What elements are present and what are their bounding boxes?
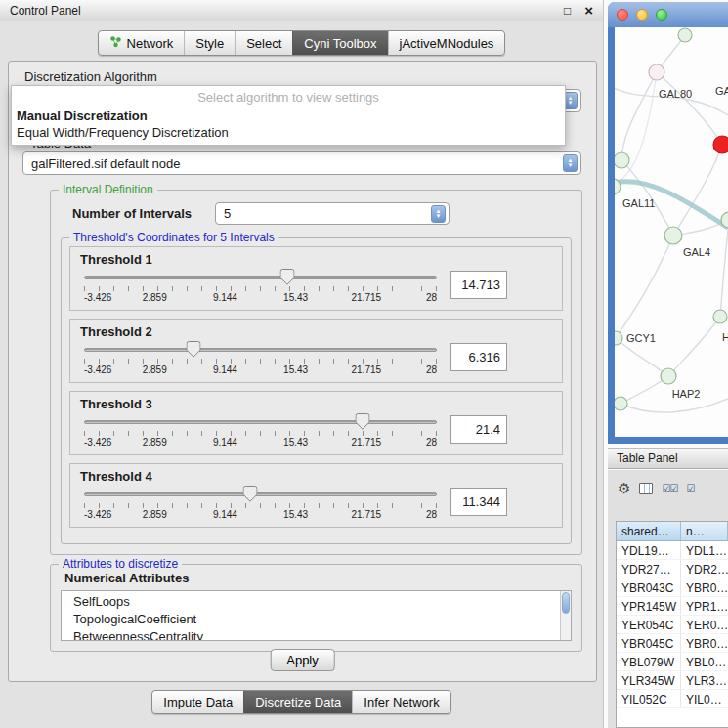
table-cell[interactable]: YBR043C	[617, 578, 681, 596]
table-row[interactable]: YBR045C YBR0…	[617, 634, 728, 653]
network-node-gal4[interactable]	[664, 227, 682, 244]
tab-label: jActiveMNodules	[400, 36, 494, 51]
column-selector-icon[interactable]	[639, 483, 653, 494]
slider-scale: -3.426 2.859 9.144 15.43 21.715 28	[84, 292, 437, 304]
table-row[interactable]: YLR345W YLR3…	[617, 671, 728, 690]
settings-gear-icon[interactable]: ⚙	[618, 481, 630, 495]
tab-impute-data[interactable]: Impute Data	[152, 691, 243, 713]
close-icon[interactable]: ×	[584, 5, 593, 17]
network-node-hap2[interactable]	[661, 368, 676, 384]
tab-select[interactable]: Select	[235, 31, 292, 55]
table-cell[interactable]: YDL19…	[617, 541, 681, 559]
table-row[interactable]: YBL079W YBL0…	[617, 653, 728, 671]
slider-ticks	[84, 286, 437, 291]
network-node[interactable]	[713, 310, 727, 323]
table-row[interactable]: YDR27… YDR2…	[617, 560, 728, 578]
table-cell[interactable]: YBR0…	[681, 578, 728, 596]
minimize-traffic-light-icon[interactable]	[636, 9, 648, 21]
list-scrollbar[interactable]	[560, 591, 571, 640]
zoom-traffic-light-icon[interactable]	[656, 9, 667, 21]
tab-discretize-data[interactable]: Discretize Data	[243, 691, 352, 713]
slider-track[interactable]	[84, 420, 437, 424]
scrollbar-thumb[interactable]	[562, 592, 570, 614]
table-cell[interactable]: YDR2…	[681, 560, 728, 578]
threshold-2-box: Threshold 2	[69, 319, 563, 383]
numerical-attributes-list: SelfLoops TopologicalCoefficient Between…	[61, 590, 572, 641]
network-canvas[interactable]: GAL80 GAL11 GAL4 GCY1 HAP2 GA H	[615, 27, 728, 437]
table-data-combobox[interactable]: galFiltered.sif default node ▲ ▼	[22, 151, 581, 175]
table-cell[interactable]: YIL0…	[681, 690, 728, 707]
dropdown-option-manual-discretization[interactable]: Manual Discretization	[12, 107, 565, 124]
slider-track[interactable]	[84, 276, 437, 279]
number-of-intervals-combobox[interactable]: 5 ▲ ▼	[215, 202, 450, 225]
list-item[interactable]: BetweennessCentrality	[73, 628, 571, 641]
tab-jactivemnodules[interactable]: jActiveMNodules	[388, 31, 505, 55]
table-cell[interactable]: YBR0…	[681, 634, 728, 652]
column-header-name[interactable]: n…	[681, 522, 728, 540]
apply-button[interactable]: Apply	[270, 649, 335, 671]
slider-thumb[interactable]	[186, 341, 200, 358]
table-row[interactable]: YPR145W YPR1…	[617, 597, 728, 616]
algorithm-dropdown-popup: Select algorithm to view settings Manual…	[11, 85, 566, 146]
table-cell[interactable]: YDL1…	[681, 541, 728, 559]
table-cell[interactable]: YER054C	[617, 616, 681, 633]
network-node[interactable]	[615, 397, 627, 410]
column-header-shared-name[interactable]: shared…	[617, 522, 681, 540]
threshold-2-slider[interactable]: -3.426 2.859 9.144 15.43 21.715 28	[84, 340, 437, 376]
control-panel-window: Control Panel □ ×	[0, 0, 604, 728]
slider-thumb[interactable]	[280, 269, 295, 285]
table-row[interactable]: YIL052C YIL0…	[617, 690, 728, 708]
list-item[interactable]: TopologicalCoefficient	[73, 611, 571, 628]
batch-check-icon[interactable]: ☑☑	[662, 483, 677, 493]
tab-infer-network[interactable]: Infer Network	[352, 691, 450, 713]
table-cell[interactable]: YLR3…	[681, 671, 728, 689]
table-cell[interactable]: YIL052C	[617, 690, 681, 707]
table-cell[interactable]: YBL079W	[617, 653, 681, 670]
slider-track[interactable]	[84, 492, 437, 496]
table-row[interactable]: YDL19… YDL1…	[617, 541, 728, 560]
threshold-4-box: Threshold 4	[69, 463, 563, 528]
tab-network[interactable]: Network	[99, 31, 185, 55]
window-title: Control Panel	[10, 4, 550, 18]
node-label: GCY1	[626, 332, 656, 344]
top-tab-row: Network Style Select Cyni Toolbox jActiv…	[0, 30, 603, 56]
close-traffic-light-icon[interactable]	[617, 9, 628, 21]
table-cell[interactable]: YLR345W	[617, 671, 681, 689]
table-cell[interactable]: YPR1…	[681, 597, 728, 615]
table-cell[interactable]: YER0…	[681, 616, 728, 633]
table-cell[interactable]: YDR27…	[617, 560, 681, 578]
tab-style[interactable]: Style	[184, 31, 235, 55]
float-window-icon[interactable]: □	[564, 4, 571, 18]
threshold-4-slider[interactable]: -3.426 2.859 9.144 15.43 21.715 28	[84, 485, 437, 521]
network-node[interactable]	[678, 28, 692, 42]
threshold-1-label: Threshold 1	[70, 247, 562, 267]
list-item[interactable]: SelfLoops	[73, 593, 571, 611]
network-node-gcy1[interactable]	[615, 331, 622, 345]
slider-track[interactable]	[84, 348, 437, 352]
slider-thumb[interactable]	[356, 413, 370, 430]
node-attribute-table: shared… n… YDL19… YDL1… YDR27… YDR2… YBR…	[616, 521, 728, 728]
threshold-3-box: Threshold 3	[69, 391, 563, 455]
dropdown-hint-item: Select algorithm to view settings	[12, 86, 565, 107]
table-row[interactable]: YER054C YER0…	[617, 616, 728, 634]
tab-label: Cyni Toolbox	[304, 36, 376, 51]
table-cell[interactable]: YBL0…	[681, 653, 728, 670]
network-node-gal80[interactable]	[649, 64, 664, 80]
network-node[interactable]	[615, 152, 629, 168]
threshold-1-value-field[interactable]: 14.713	[450, 271, 507, 299]
table-cell[interactable]: YPR145W	[617, 597, 681, 615]
threshold-2-value-field[interactable]: 6.316	[450, 343, 507, 371]
threshold-1-slider[interactable]: -3.426 2.859 9.144 15.43 21.715 28	[84, 268, 437, 304]
threshold-4-value-field[interactable]: 11.344	[450, 488, 507, 516]
threshold-3-value-field[interactable]: 21.4	[450, 415, 507, 444]
check-edit-icon[interactable]: ☑	[686, 483, 694, 493]
combobox-stepper-icon: ▲ ▼	[563, 154, 578, 172]
threshold-3-slider[interactable]: -3.426 2.859 9.144 15.43 21.715 28	[84, 412, 437, 449]
table-cell[interactable]: YBR045C	[617, 634, 681, 652]
table-header-row: shared… n…	[617, 522, 728, 541]
network-node-selected-red[interactable]	[713, 136, 728, 153]
tab-cyni-toolbox[interactable]: Cyni Toolbox	[292, 31, 387, 55]
slider-thumb[interactable]	[242, 486, 257, 502]
table-row[interactable]: YBR043C YBR0…	[617, 578, 728, 597]
dropdown-option-equal-width-frequency[interactable]: Equal Width/Frequency Discretization	[12, 124, 565, 141]
